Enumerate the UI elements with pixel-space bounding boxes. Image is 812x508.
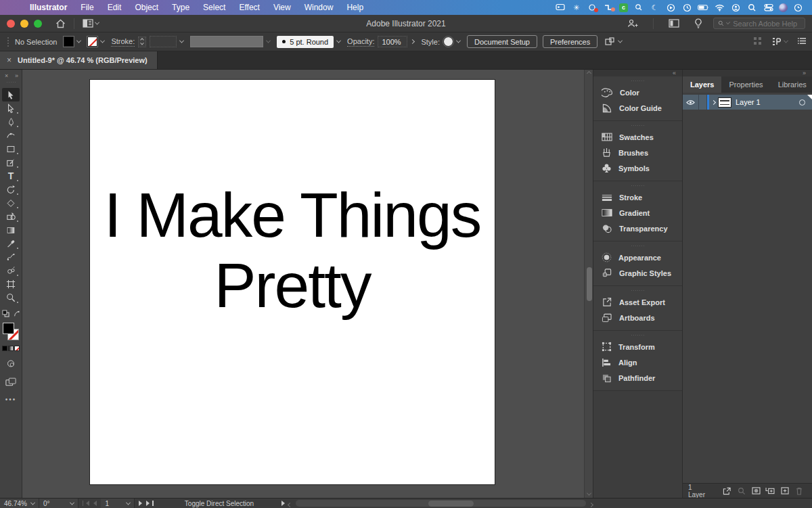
panel-button-artboards[interactable]: Artboards xyxy=(593,310,682,325)
preferences-button[interactable]: Preferences xyxy=(543,35,597,48)
panel-button-stroke[interactable]: Stroke xyxy=(593,189,682,205)
next-artboard-button[interactable] xyxy=(135,499,146,508)
vertical-scroll-thumb[interactable] xyxy=(587,267,592,301)
menu-object[interactable]: Object xyxy=(128,3,165,12)
help-search-input[interactable] xyxy=(733,20,800,28)
opacity-expand-icon[interactable] xyxy=(410,39,415,44)
panel-button-symbols[interactable]: Symbols xyxy=(593,160,682,176)
rectangle-tool[interactable] xyxy=(2,142,20,156)
blend-tool[interactable] xyxy=(2,250,20,264)
panel-button-color-guide[interactable]: Color Guide xyxy=(593,100,682,116)
settings-gear-icon[interactable]: ✳ xyxy=(570,3,582,13)
canvas-area[interactable]: I Make Things Pretty xyxy=(22,70,584,498)
collapse-panels-header[interactable]: « xyxy=(593,70,682,76)
zoom-tool[interactable] xyxy=(2,291,20,304)
panel-button-gradient[interactable]: Gradient xyxy=(593,205,682,221)
eyedropper-tool[interactable] xyxy=(2,237,20,250)
panel-button-color[interactable]: Color xyxy=(593,85,682,100)
layer-thumbnail[interactable] xyxy=(718,97,731,108)
menu-help[interactable]: Help xyxy=(340,3,370,12)
new-layer-icon[interactable] xyxy=(777,487,792,494)
user-circle-icon[interactable] xyxy=(730,3,742,13)
opacity-field[interactable]: 100% xyxy=(378,36,407,47)
layer-name[interactable]: Layer 1 xyxy=(736,98,761,106)
panel-button-pathfinder[interactable]: Pathfinder xyxy=(593,370,682,386)
default-fill-stroke-icon[interactable] xyxy=(2,310,9,319)
screen-mode-button[interactable] xyxy=(5,377,16,388)
shape-builder-tool[interactable] xyxy=(2,210,20,223)
previous-artboard-button[interactable] xyxy=(93,499,101,508)
panel-layout-icon[interactable] xyxy=(669,19,679,28)
menu-type[interactable]: Type xyxy=(165,3,196,12)
stroke-color-swatch[interactable] xyxy=(87,37,97,47)
document-setup-button[interactable]: Document Setup xyxy=(467,35,537,48)
color-mode-button[interactable] xyxy=(2,346,7,351)
tab-properties[interactable]: Properties xyxy=(721,76,770,93)
panel-button-brushes[interactable]: Brushes xyxy=(593,145,682,160)
direct-selection-tool[interactable] xyxy=(2,101,20,115)
fill-color-swatch[interactable] xyxy=(64,37,74,47)
scroll-left-icon[interactable] xyxy=(288,501,292,508)
gradient-mode-button[interactable] xyxy=(8,346,14,351)
tab-libraries[interactable]: Libraries xyxy=(771,76,812,93)
first-artboard-button[interactable] xyxy=(78,499,94,508)
isolate-selection-control[interactable] xyxy=(604,37,622,47)
time-machine-icon[interactable] xyxy=(681,3,693,13)
layer-lock-toggle[interactable] xyxy=(699,95,707,110)
zoom-level-dropdown[interactable]: 46.74% xyxy=(0,499,39,508)
collapse-icon[interactable]: « xyxy=(673,70,677,76)
status-tool-hint[interactable]: Toggle Direct Selection xyxy=(160,500,279,507)
safari-icon[interactable] xyxy=(779,3,788,12)
control-bar-menu-icon[interactable] xyxy=(797,37,807,46)
wifi-icon[interactable] xyxy=(714,3,725,13)
layer-visibility-toggle[interactable] xyxy=(683,95,699,110)
scroll-up-icon[interactable] xyxy=(586,71,591,76)
scroll-right-icon[interactable] xyxy=(589,501,593,508)
stroke-weight-stepper[interactable] xyxy=(138,37,146,47)
clock-icon[interactable] xyxy=(792,3,804,13)
rotate-tool[interactable] xyxy=(2,183,20,196)
panel-button-appearance[interactable]: Appearance xyxy=(593,250,682,265)
stroke-color-control[interactable] xyxy=(87,37,104,47)
locate-object-icon[interactable] xyxy=(734,487,748,495)
menu-edit[interactable]: Edit xyxy=(101,3,129,12)
play-circle-icon[interactable] xyxy=(665,3,677,13)
fill-stroke-indicator[interactable] xyxy=(2,323,20,340)
minimize-window-button[interactable] xyxy=(20,20,28,28)
eraser-tool[interactable] xyxy=(2,196,20,210)
toolbar-grip[interactable] xyxy=(6,81,16,84)
expand-toolbar-icon[interactable]: » xyxy=(15,72,18,79)
panel-button-asset-export[interactable]: Asset Export xyxy=(593,294,682,310)
notification-app-icon[interactable] xyxy=(587,3,598,13)
brush-definition-dropdown[interactable]: 5 pt. Round xyxy=(277,36,334,48)
style-swatch[interactable] xyxy=(443,37,453,47)
none-mode-button[interactable] xyxy=(14,346,20,351)
selection-tool[interactable] xyxy=(2,88,20,101)
panel-button-transparency[interactable]: Transparency xyxy=(593,221,682,236)
menu-file[interactable]: File xyxy=(74,3,100,12)
make-clipping-mask-icon[interactable] xyxy=(748,487,763,494)
menu-window[interactable]: Window xyxy=(298,3,340,12)
stroke-weight-label[interactable]: Stroke: xyxy=(111,37,135,47)
drawing-modes-button[interactable] xyxy=(6,359,16,369)
new-sublayer-icon[interactable] xyxy=(763,487,777,494)
menu-illustrator[interactable]: Illustrator xyxy=(23,3,74,12)
panel-button-transform[interactable]: Transform xyxy=(593,339,682,354)
type-tool[interactable]: T xyxy=(2,169,20,183)
artboard-tool[interactable] xyxy=(2,277,20,291)
swap-fill-stroke-icon[interactable] xyxy=(14,310,20,319)
layer-target-icon[interactable] xyxy=(799,99,805,106)
artboard-navigation-field[interactable]: 1 xyxy=(101,499,135,508)
collect-for-export-icon[interactable] xyxy=(719,487,734,495)
menu-view[interactable]: View xyxy=(267,3,298,12)
stroke-weight-field[interactable] xyxy=(150,36,177,47)
control-bar-grip[interactable] xyxy=(7,37,9,47)
artboard-text[interactable]: I Make Things Pretty xyxy=(90,180,495,321)
paintbrush-tool[interactable] xyxy=(2,156,20,169)
horizontal-scrollbar[interactable] xyxy=(296,500,586,507)
vertical-scrollbar[interactable] xyxy=(584,70,593,498)
edit-toolbar-button[interactable]: ••• xyxy=(5,396,17,403)
horizontal-scroll-thumb[interactable] xyxy=(428,501,474,507)
opacity-label[interactable]: Opacity: xyxy=(347,37,374,47)
symbol-sprayer-tool[interactable] xyxy=(2,264,20,277)
